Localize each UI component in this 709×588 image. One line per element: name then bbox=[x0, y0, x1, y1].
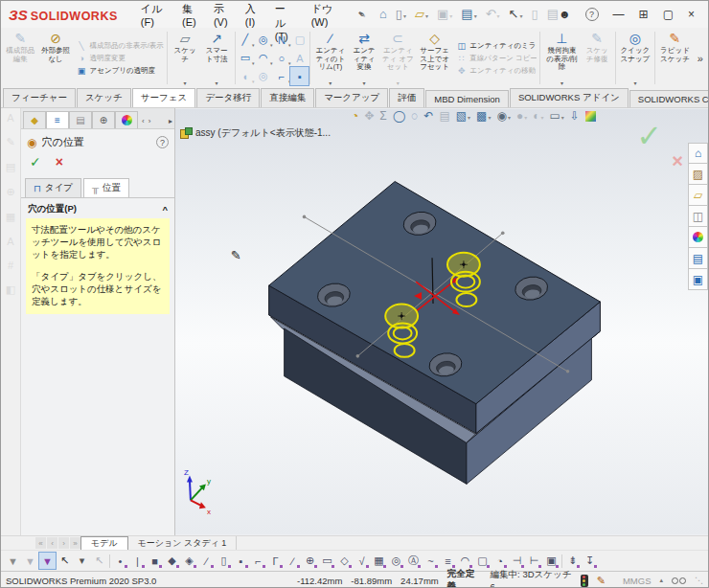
undo-icon[interactable]: ↶ ▾ bbox=[486, 8, 500, 21]
tab-scroll-right-icon[interactable]: › bbox=[149, 117, 151, 125]
filter-wireframe-icon[interactable]: ▼ bbox=[22, 553, 38, 569]
snap-face-icon[interactable]: ■ bbox=[147, 553, 163, 569]
cm-tab[interactable]: フィーチャー bbox=[3, 88, 76, 107]
snap-solid-icon[interactable]: ◆ bbox=[164, 553, 180, 569]
home-icon[interactable]: ⌂ bbox=[379, 8, 387, 21]
assembly-transparency-button[interactable]: ▣ アセンブリの透明度 bbox=[77, 66, 164, 76]
zoom-area-icon[interactable]: ◌ bbox=[411, 109, 418, 123]
snap-midpoint-icon[interactable]: ◇ bbox=[336, 553, 353, 569]
ellipse-tool-icon[interactable]: ○ ▾ bbox=[272, 49, 290, 67]
cm-tab[interactable]: スケッチ bbox=[77, 88, 131, 107]
group-box-header[interactable]: 穴の位置(P) ^ bbox=[21, 198, 174, 218]
repair-sketch-button[interactable]: ✎ スケッチ修復 bbox=[582, 29, 613, 87]
zoom-fit-icon[interactable]: ◯ bbox=[393, 109, 405, 123]
maximize-button[interactable]: ▢ bbox=[663, 8, 674, 21]
tab-nav-icon[interactable]: » bbox=[70, 537, 80, 549]
confirm-ok-button[interactable]: ✓ bbox=[636, 118, 662, 154]
snap-region-icon[interactable]: ▢ bbox=[474, 553, 491, 569]
snap-axis-icon[interactable]: ∕ bbox=[285, 553, 301, 569]
propertymanager-tab-icon[interactable]: ≡ bbox=[46, 111, 69, 128]
tab-nav-icon[interactable]: ‹ bbox=[47, 537, 57, 549]
snap-curve-icon[interactable]: ~ bbox=[423, 553, 439, 569]
mirror-entities-button[interactable]: ◫ エンティティのミラー ▾ bbox=[456, 41, 537, 51]
mate-icon[interactable]: ✥ bbox=[364, 109, 374, 123]
snap-origin-icon[interactable]: ⊕ bbox=[302, 553, 318, 569]
trim-entities-button[interactable]: ∕ エンティティのトリム(T) ▾ bbox=[312, 29, 348, 87]
select-arrow-icon[interactable]: ↖ bbox=[57, 553, 73, 569]
feature-tree-flyout[interactable]: assy (デフォルト<表示状態-1... bbox=[180, 126, 331, 140]
hide-show-items-icon[interactable]: ◉ ▾ bbox=[496, 109, 511, 123]
snap-grid-icon[interactable]: ▦ bbox=[371, 553, 387, 569]
snap-far-icon[interactable]: ⊢ bbox=[526, 553, 542, 569]
linear-pattern-button[interactable]: ∷ 直線パターン コピー bbox=[456, 54, 537, 63]
graphics-viewport[interactable]: ✎ Z y x ◔ bbox=[175, 108, 708, 535]
custom-properties-tab-icon[interactable]: ▤ bbox=[688, 248, 708, 269]
spline-tool-icon[interactable]: Ν ▾ bbox=[272, 31, 290, 49]
tags-glasses-icon[interactable] bbox=[672, 577, 686, 584]
cm-tab[interactable]: 直接編集 bbox=[261, 88, 314, 107]
unit-system-arrow-icon[interactable]: ▴ bbox=[659, 577, 663, 584]
ok-button[interactable]: ✓ bbox=[30, 154, 41, 170]
filter-toolbar-icon[interactable] bbox=[108, 553, 111, 569]
display-constraints-button[interactable]: ⊥ 幾何拘束の表示/削除 ▾ bbox=[542, 29, 582, 87]
help-icon[interactable]: ? bbox=[156, 136, 169, 148]
line-tool-icon[interactable]: ╱ ▾ bbox=[236, 31, 254, 49]
tile-button[interactable]: ⊞ bbox=[639, 8, 649, 21]
mass-properties-icon[interactable]: Σ bbox=[379, 109, 386, 123]
snap-arc-icon[interactable]: ◠ bbox=[457, 553, 473, 569]
tab-scroll-left-icon[interactable]: ‹ bbox=[142, 117, 145, 125]
convert-entities-button[interactable]: ⇄ エンティティ変換 ▾ bbox=[349, 29, 380, 87]
options-icon[interactable]: ▤ bbox=[547, 8, 559, 21]
display-manager-tab-icon[interactable]: ● bbox=[115, 111, 138, 128]
text-tool-icon[interactable]: Α bbox=[290, 49, 309, 67]
user-account-icon[interactable]: ☻ bbox=[559, 8, 571, 21]
offset-entities-button[interactable]: ⊂ エンティティ オフセット ▾ bbox=[380, 29, 416, 87]
file-explorer-tab-icon[interactable]: ◫ bbox=[688, 206, 708, 227]
3d-drawing-view-icon[interactable]: ⇩ bbox=[570, 109, 580, 123]
rapid-sketch-button[interactable]: ✎ ラピッドスケッチ bbox=[657, 29, 693, 87]
document-tab[interactable]: モデル bbox=[80, 536, 128, 550]
new-document-icon[interactable]: ▯ ▾ bbox=[396, 8, 406, 21]
color-swatch-icon[interactable] bbox=[585, 111, 596, 122]
cm-tab[interactable]: SOLIDWORKS CAM bbox=[629, 90, 709, 107]
display-style-icon[interactable]: ▩ ▾ bbox=[476, 109, 491, 123]
snap-hatch-icon[interactable]: ≡ bbox=[440, 553, 456, 569]
view-orientation-icon[interactable]: ▧ ▾ bbox=[456, 109, 470, 123]
snap-sketch-icon[interactable]: ▭ bbox=[319, 553, 335, 569]
dimxpert-tab-icon[interactable]: ⊕ bbox=[92, 111, 115, 128]
tab-type[interactable]: ⊓ タイプ bbox=[25, 178, 81, 197]
slot-tool-icon[interactable]: ◖ ▾ bbox=[236, 67, 254, 85]
lasso-icon[interactable]: ↖ bbox=[91, 553, 107, 569]
cm-tab[interactable]: マークアップ bbox=[315, 88, 388, 107]
tab-nav-icon[interactable]: « bbox=[35, 537, 46, 549]
toolbar-overflow-button[interactable]: » bbox=[694, 53, 707, 64]
open-icon[interactable]: ▱ ▾ bbox=[415, 8, 428, 21]
select-arrow-icon[interactable]: ↖ ▾ bbox=[509, 8, 523, 21]
snap-vertex-icon[interactable]: ▪ bbox=[233, 553, 249, 569]
previous-view-icon[interactable]: ↶ bbox=[423, 109, 433, 123]
snap-edge-icon[interactable]: ∕ bbox=[198, 553, 215, 569]
forum-tab-icon[interactable]: ▣ bbox=[688, 269, 708, 290]
confirm-cancel-button[interactable]: × bbox=[672, 150, 683, 172]
snap-anchor-icon[interactable]: ⇟ bbox=[564, 553, 581, 569]
snap-corner-icon[interactable]: ⌐ bbox=[250, 553, 266, 569]
section-view-icon[interactable]: ▤ bbox=[439, 109, 449, 123]
snap-point-icon[interactable]: • bbox=[112, 553, 128, 569]
print-icon[interactable]: ▤ ▾ bbox=[461, 8, 476, 21]
change-transparency-button[interactable]: ◑ 透明度変更 bbox=[77, 54, 164, 63]
minimize-button[interactable]: — bbox=[613, 8, 625, 21]
point-tool-icon[interactable]: ◎ bbox=[254, 67, 272, 85]
snap-check-icon[interactable]: √ bbox=[354, 553, 370, 569]
resources-tab-icon[interactable]: ▨ bbox=[688, 164, 708, 185]
rectangle-tool-icon[interactable]: ▭ ▾ bbox=[236, 49, 254, 67]
snap-text-icon[interactable]: Ⓐ bbox=[405, 553, 422, 569]
save-icon[interactable]: ▣ ▾ bbox=[437, 8, 452, 21]
cm-tab[interactable]: MBD Dimension bbox=[425, 90, 509, 107]
snap-circle-icon[interactable]: ◎ bbox=[388, 553, 404, 569]
no-external-ref-button[interactable]: ⊘ 外部参照なし bbox=[38, 29, 74, 87]
apply-scene-icon[interactable]: ◐ ▾ bbox=[533, 109, 543, 123]
resize-grip[interactable]: ⋱ bbox=[695, 576, 703, 585]
snap-anchor2-icon[interactable]: ↧ bbox=[582, 553, 598, 569]
select-dropdown-icon[interactable]: ▾ bbox=[74, 553, 90, 569]
unit-system-text[interactable]: MMGS bbox=[623, 576, 652, 586]
